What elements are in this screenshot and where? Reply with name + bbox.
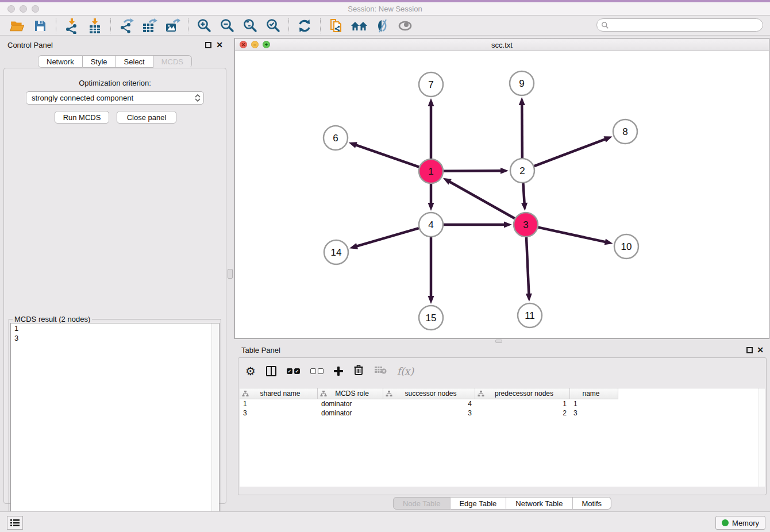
cell-name[interactable]: 1 [570,399,618,408]
cell-shared-name[interactable]: 1 [240,399,318,408]
table-settings-icon[interactable]: ⚙ [245,365,256,377]
memory-status-icon [722,519,729,526]
titlebar-accent [0,0,770,2]
result-scrollbar[interactable] [211,323,219,532]
zoom-in-icon[interactable] [195,17,213,34]
column-header-name[interactable]: name [570,388,618,399]
delete-column-icon[interactable] [353,364,364,378]
edge-2-9[interactable] [522,104,522,158]
deselect-all-icon[interactable] [310,368,324,374]
table-header-row: shared name MCDS role successor nodes pr… [240,388,765,399]
export-table-icon[interactable] [140,17,159,34]
graph-node-label: 6 [333,133,338,144]
edge-4-14[interactable] [356,228,419,246]
edge-arrowhead [428,98,434,106]
graph-node-label: 9 [519,78,524,89]
float-panel-icon[interactable] [205,42,211,48]
node-table[interactable]: shared name MCDS role successor nodes pr… [240,388,765,487]
edge-1-2[interactable] [444,171,502,171]
network-graph[interactable]: 7968124314101511 [235,51,769,338]
first-neighbors-icon[interactable] [350,17,368,34]
save-session-icon[interactable] [31,17,49,34]
export-image-icon[interactable] [163,17,182,34]
zoom-selected-icon[interactable] [264,17,282,34]
edge-1-6[interactable] [355,145,419,167]
tab-edge-table[interactable]: Edge Table [450,497,506,510]
cell-predecessor-nodes[interactable]: 1 [475,399,570,408]
cell-predecessor-nodes[interactable]: 2 [475,408,570,418]
optimization-criterion-label: Optimization criterion: [4,79,226,87]
clone-network-icon[interactable] [327,17,345,34]
vertical-splitter-handle[interactable] [228,269,233,279]
table-panel: Table Panel ✕ ⚙ ✓✓ f(x) [234,344,770,511]
cell-successor-nodes[interactable]: 3 [383,408,475,418]
edge-2-3[interactable] [523,183,524,204]
edge-3-11[interactable] [526,237,529,295]
apply-layout-icon[interactable] [295,17,314,34]
edge-2-8[interactable] [534,139,606,166]
edge-3-10[interactable] [538,228,606,242]
cell-mcds-role[interactable]: dominator [318,408,383,418]
search-box[interactable] [596,18,763,32]
network-window-titlebar[interactable]: ✕ − + scc.txt [235,38,769,51]
float-table-panel-icon[interactable] [746,347,753,353]
tab-style[interactable]: Style [83,55,116,68]
table-panel-title: Table Panel [241,346,280,354]
mcds-result-list[interactable]: 1 3 [10,323,220,532]
memory-button[interactable]: Memory [715,516,765,530]
edge-arrowhead [504,222,512,228]
control-panel-tabs: Network Style Select MCDS [38,55,192,68]
toolbar-separator [320,18,321,33]
column-visibility-icon[interactable] [266,366,276,376]
criterion-value: strongly connected component [26,94,192,102]
edge-arrowhead [500,168,509,174]
export-network-icon[interactable] [117,17,136,34]
mcds-result-title: MCDS result (2 nodes) [13,315,92,323]
column-header-mcds-role[interactable]: MCDS role [318,388,383,399]
task-history-button[interactable] [7,516,23,530]
open-file-icon[interactable] [8,17,26,34]
apply-style-icon[interactable] [373,17,391,34]
column-header-shared-name[interactable]: shared name [240,388,318,399]
tab-motifs[interactable]: Motifs [572,497,611,510]
close-panel-icon[interactable]: ✕ [216,40,223,49]
column-header-successor-nodes[interactable]: successor nodes [383,388,475,399]
select-all-icon[interactable]: ✓✓ [287,368,300,374]
graph-node-label: 10 [621,241,632,252]
zoom-fit-icon[interactable] [241,17,259,34]
show-hide-icon[interactable] [396,17,414,34]
memory-label: Memory [732,519,759,527]
tab-network-table[interactable]: Network Table [506,497,572,510]
table-scrollbar[interactable] [759,388,765,487]
cell-successor-nodes[interactable]: 4 [383,399,475,408]
column-header-predecessor-nodes[interactable]: predecessor nodes [475,388,570,399]
edge-3-1[interactable] [449,182,514,219]
mcds-result-item[interactable]: 1 [11,323,219,333]
search-input[interactable] [609,20,763,30]
mcds-result-item[interactable]: 3 [11,333,219,343]
import-network-icon[interactable] [63,17,81,34]
toolbar-separator [188,18,188,33]
cell-mcds-role[interactable]: dominator [318,399,383,408]
run-mcds-button[interactable]: Run MCDS [55,111,109,124]
table-row[interactable]: 1 dominator 4 1 1 [240,399,765,408]
titlebar: Session: New Session [0,0,770,16]
tab-select[interactable]: Select [116,55,153,68]
network-canvas[interactable]: 7968124314101511 [235,51,769,338]
criterion-dropdown[interactable]: strongly connected component [26,91,204,105]
table-row[interactable]: 3 dominator 3 2 3 [240,408,765,418]
add-column-icon[interactable] [334,367,343,376]
table-panel-header: Table Panel ✕ [234,345,770,356]
table-panel-body: ⚙ ✓✓ f(x) shared name [238,357,767,495]
control-panel-header: Control Panel ✕ [0,39,230,51]
zoom-out-icon[interactable] [218,17,236,34]
horizontal-splitter-handle[interactable] [495,340,502,343]
tab-mcds[interactable]: MCDS [153,55,192,68]
tab-network[interactable]: Network [38,55,83,68]
close-table-panel-icon[interactable]: ✕ [757,345,764,354]
tab-node-table[interactable]: Node Table [393,497,451,510]
cell-name[interactable]: 3 [570,408,618,418]
close-panel-button[interactable]: Close panel [117,111,176,124]
cell-shared-name[interactable]: 3 [240,408,318,418]
import-table-icon[interactable] [86,17,104,34]
